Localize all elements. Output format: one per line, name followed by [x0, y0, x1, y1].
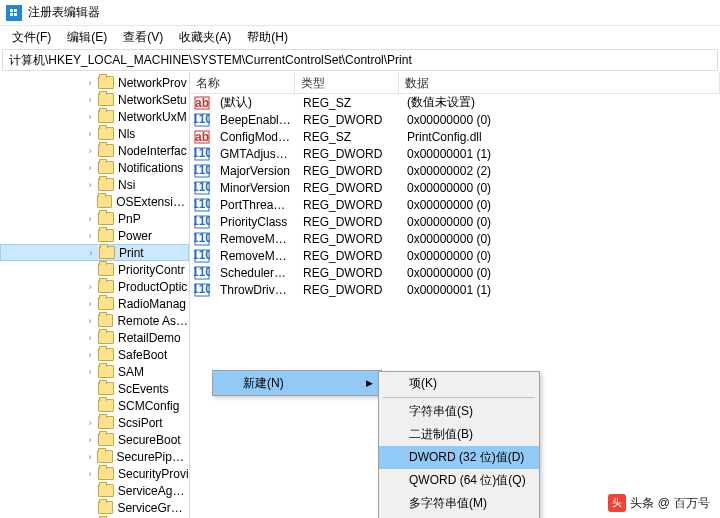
tree-item[interactable]: ›SecurityProvi — [0, 465, 189, 482]
menu-favorites[interactable]: 收藏夹(A) — [171, 27, 239, 48]
tree-item[interactable]: SCMConfig — [0, 397, 189, 414]
cell-name: MinorVersion — [214, 181, 297, 195]
context-item-new[interactable]: 新建(N) ▶ — [213, 371, 381, 395]
svg-text:110: 110 — [194, 265, 210, 279]
expand-icon[interactable]: › — [84, 179, 96, 191]
tree-item[interactable]: ›SAM — [0, 363, 189, 380]
tree-view[interactable]: ›NetworkProv›NetworkSetu›NetworkUxM›Nls›… — [0, 72, 190, 518]
expand-icon[interactable]: › — [84, 230, 96, 242]
expand-icon[interactable]: › — [84, 349, 96, 361]
expand-icon[interactable]: › — [84, 281, 96, 293]
expand-icon[interactable]: › — [84, 77, 96, 89]
svg-rect-3 — [14, 13, 17, 16]
tree-item-label: NodeInterfac — [118, 144, 187, 158]
menu-edit[interactable]: 编辑(E) — [59, 27, 115, 48]
binary-value-icon: 110 — [194, 214, 210, 230]
tree-item[interactable]: ›ScsiPort — [0, 414, 189, 431]
list-row[interactable]: 110MajorVersionREG_DWORD0x00000002 (2) — [190, 162, 720, 179]
tree-item[interactable]: ›SafeBoot — [0, 346, 189, 363]
list-row[interactable]: 110RemoveMXDWREG_DWORD0x00000000 (0) — [190, 247, 720, 264]
tree-item[interactable]: ›SecurePipeSe — [0, 448, 189, 465]
tree-item[interactable]: ›SecureBoot — [0, 431, 189, 448]
cell-name: GMTAdjustedF... — [214, 147, 297, 161]
expand-icon[interactable]: › — [84, 162, 96, 174]
submenu-arrow-icon: ▶ — [366, 378, 373, 388]
header-type[interactable]: 类型 — [295, 72, 399, 93]
expand-icon[interactable]: › — [84, 315, 96, 327]
address-bar[interactable]: 计算机\HKEY_LOCAL_MACHINE\SYSTEM\CurrentCon… — [2, 49, 718, 71]
list-row[interactable]: 110BeepEnabledREG_DWORD0x00000000 (0) — [190, 111, 720, 128]
tree-item[interactable]: ›Nls — [0, 125, 189, 142]
expand-icon[interactable]: › — [84, 145, 96, 157]
expand-icon[interactable]: › — [84, 451, 95, 463]
tree-item[interactable]: ServiceAggre — [0, 482, 189, 499]
header-data[interactable]: 数据 — [399, 72, 720, 93]
expand-icon[interactable]: › — [84, 298, 96, 310]
cell-type: REG_DWORD — [297, 249, 401, 263]
list-row[interactable]: 110MinorVersionREG_DWORD0x00000000 (0) — [190, 179, 720, 196]
menu-file[interactable]: 文件(F) — [4, 27, 59, 48]
tree-item[interactable]: ›Nsi — [0, 176, 189, 193]
context-menu[interactable]: 新建(N) ▶ — [212, 370, 382, 396]
svg-text:110: 110 — [194, 248, 210, 262]
expand-icon[interactable]: › — [84, 468, 96, 480]
watermark: 头 头条 @ 百万号 — [608, 494, 710, 512]
svg-text:ab: ab — [195, 96, 209, 110]
list-row[interactable]: 110SchedulerThre...REG_DWORD0x00000000 (… — [190, 264, 720, 281]
expand-icon[interactable]: › — [85, 247, 97, 259]
expand-icon[interactable]: › — [84, 417, 96, 429]
tree-item[interactable]: ›ProductOptic — [0, 278, 189, 295]
expand-icon[interactable]: › — [84, 332, 96, 344]
tree-item[interactable]: ScEvents — [0, 380, 189, 397]
tree-item[interactable]: ›NetworkSetu — [0, 91, 189, 108]
list-row[interactable]: 110PriorityClassREG_DWORD0x00000000 (0) — [190, 213, 720, 230]
expand-icon[interactable]: › — [84, 111, 96, 123]
tree-item-label: NetworkSetu — [118, 93, 187, 107]
header-name[interactable]: 名称 — [190, 72, 295, 93]
tree-item[interactable]: ›NetworkUxM — [0, 108, 189, 125]
tree-item[interactable]: ›NodeInterfac — [0, 142, 189, 159]
expand-icon[interactable]: › — [84, 434, 96, 446]
list-body: ab(默认)REG_SZ(数值未设置)110BeepEnabledREG_DWO… — [190, 94, 720, 298]
folder-icon — [98, 229, 114, 242]
tree-item[interactable]: ›RetailDemo — [0, 329, 189, 346]
cell-type: REG_DWORD — [297, 113, 401, 127]
folder-icon — [98, 416, 114, 429]
expand-icon[interactable]: › — [84, 366, 96, 378]
tree-item-label: ScsiPort — [118, 416, 163, 430]
context-submenu[interactable]: 项(K)字符串值(S)二进制值(B)DWORD (32 位)值(D)QWORD … — [378, 371, 540, 518]
tree-item[interactable]: ›NetworkProv — [0, 74, 189, 91]
tree-item[interactable]: ›RadioManag — [0, 295, 189, 312]
tree-item[interactable]: ›PnP — [0, 210, 189, 227]
tree-item[interactable]: ›Notifications — [0, 159, 189, 176]
submenu-item[interactable]: 二进制值(B) — [379, 423, 539, 446]
binary-value-icon: 110 — [194, 282, 210, 298]
folder-icon — [98, 263, 114, 276]
list-row[interactable]: 110ThrowDriverEx...REG_DWORD0x00000001 (… — [190, 281, 720, 298]
list-row[interactable]: ab(默认)REG_SZ(数值未设置) — [190, 94, 720, 111]
list-row[interactable]: 110GMTAdjustedF...REG_DWORD0x00000001 (1… — [190, 145, 720, 162]
tree-item[interactable]: PriorityContr — [0, 261, 189, 278]
submenu-item[interactable]: DWORD (32 位)值(D) — [379, 446, 539, 469]
tree-item[interactable]: ›Power — [0, 227, 189, 244]
expand-icon[interactable]: › — [84, 94, 96, 106]
tree-item[interactable]: ›Print — [0, 244, 189, 261]
tree-item[interactable]: ServiceGroup — [0, 499, 189, 516]
list-row[interactable]: abConfigModuleREG_SZPrintConfig.dll — [190, 128, 720, 145]
menu-help[interactable]: 帮助(H) — [239, 27, 296, 48]
expand-icon[interactable]: › — [84, 128, 96, 140]
tree-item[interactable]: OSExtensionE — [0, 193, 189, 210]
submenu-item[interactable]: 字符串值(S) — [379, 400, 539, 423]
submenu-item[interactable]: 多字符串值(M) — [379, 492, 539, 515]
submenu-item[interactable]: QWORD (64 位)值(Q) — [379, 469, 539, 492]
tree-item-label: SecurityProvi — [118, 467, 189, 481]
list-row[interactable]: 110RemoveMPDWREG_DWORD0x00000000 (0) — [190, 230, 720, 247]
cell-data: PrintConfig.dll — [401, 130, 720, 144]
tree-item[interactable]: ›Remote Assis — [0, 312, 189, 329]
list-row[interactable]: 110PortThreadPri...REG_DWORD0x00000000 (… — [190, 196, 720, 213]
expand-icon[interactable]: › — [84, 213, 96, 225]
menu-view[interactable]: 查看(V) — [115, 27, 171, 48]
binary-value-icon: 110 — [194, 163, 210, 179]
svg-text:ab: ab — [195, 130, 209, 144]
submenu-item[interactable]: 项(K) — [379, 372, 539, 395]
